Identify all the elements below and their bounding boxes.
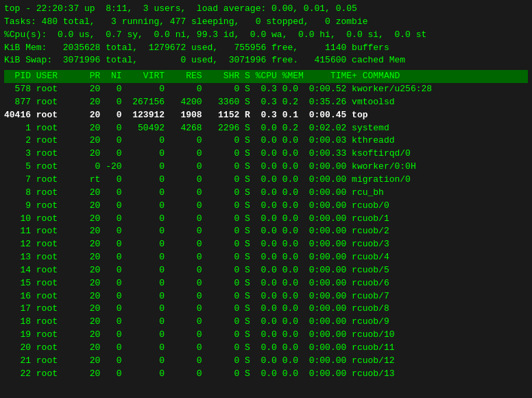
process-row: 18 root 20 0 0 0 0 S 0.0 0.0 0:00.00 rcu… bbox=[4, 316, 528, 329]
terminal-window: top - 22:20:37 up 8:11, 3 users, load av… bbox=[0, 0, 532, 398]
process-row: 9 root 20 0 0 0 0 S 0.0 0.0 0:00.00 rcuo… bbox=[4, 200, 528, 213]
process-row: 1 root 20 0 50492 4268 2296 S 0.0 0.2 0:… bbox=[4, 122, 528, 135]
process-row: 3 root 20 0 0 0 0 S 0.0 0.0 0:00.33 ksof… bbox=[4, 148, 528, 161]
process-row: 16 root 20 0 0 0 0 S 0.0 0.0 0:00.00 rcu… bbox=[4, 290, 528, 303]
header-line-2: Tasks: 480 total, 3 running, 477 sleepin… bbox=[4, 16, 528, 29]
process-row: 13 root 20 0 0 0 0 S 0.0 0.0 0:00.00 rcu… bbox=[4, 251, 528, 264]
process-row: 5 root 0 -20 0 0 0 S 0.0 0.0 0:00.00 kwo… bbox=[4, 161, 528, 174]
header-section: top - 22:20:37 up 8:11, 3 users, load av… bbox=[4, 3, 528, 67]
process-row: 11 root 20 0 0 0 0 S 0.0 0.0 0:00.00 rcu… bbox=[4, 225, 528, 238]
process-row: 877 root 20 0 267156 4200 3360 S 0.3 0.2… bbox=[4, 96, 528, 109]
process-row: 40416 root 20 0 123912 1908 1152 R 0.3 0… bbox=[4, 109, 528, 122]
process-row: 12 root 20 0 0 0 0 S 0.0 0.0 0:00.00 rcu… bbox=[4, 238, 528, 251]
process-row: 7 root rt 0 0 0 0 S 0.0 0.0 0:00.00 migr… bbox=[4, 174, 528, 187]
header-line-1: top - 22:20:37 up 8:11, 3 users, load av… bbox=[4, 3, 528, 16]
process-row: 578 root 20 0 0 0 0 S 0.3 0.0 0:00.52 kw… bbox=[4, 83, 528, 96]
process-row: 8 root 20 0 0 0 0 S 0.0 0.0 0:00.00 rcu_… bbox=[4, 187, 528, 200]
process-list: 578 root 20 0 0 0 0 S 0.3 0.0 0:00.52 kw… bbox=[4, 83, 528, 380]
header-line-5: KiB Swap: 3071996 total, 0 used, 3071996… bbox=[4, 54, 528, 67]
process-row: 17 root 20 0 0 0 0 S 0.0 0.0 0:00.00 rcu… bbox=[4, 303, 528, 316]
process-row: 10 root 20 0 0 0 0 S 0.0 0.0 0:00.00 rcu… bbox=[4, 213, 528, 226]
process-row: 21 root 20 0 0 0 0 S 0.0 0.0 0:00.00 rcu… bbox=[4, 355, 528, 368]
header-line-4: KiB Mem: 2035628 total, 1279672 used, 75… bbox=[4, 42, 528, 55]
process-row: 20 root 20 0 0 0 0 S 0.0 0.0 0:00.00 rcu… bbox=[4, 342, 528, 355]
header-line-3: %Cpu(s): 0.0 us, 0.7 sy, 0.0 ni, 99.3 id… bbox=[4, 29, 528, 42]
table-header: PID USER PR NI VIRT RES SHR S %CPU %MEM … bbox=[4, 70, 528, 83]
process-row: 19 root 20 0 0 0 0 S 0.0 0.0 0:00.00 rcu… bbox=[4, 329, 528, 342]
process-row: 22 root 20 0 0 0 0 S 0.0 0.0 0:00.00 rcu… bbox=[4, 368, 528, 381]
process-row: 15 root 20 0 0 0 0 S 0.0 0.0 0:00.00 rcu… bbox=[4, 277, 528, 290]
process-row: 14 root 20 0 0 0 0 S 0.0 0.0 0:00.00 rcu… bbox=[4, 264, 528, 277]
process-row: 2 root 20 0 0 0 0 S 0.0 0.0 0:00.03 kthr… bbox=[4, 134, 528, 148]
